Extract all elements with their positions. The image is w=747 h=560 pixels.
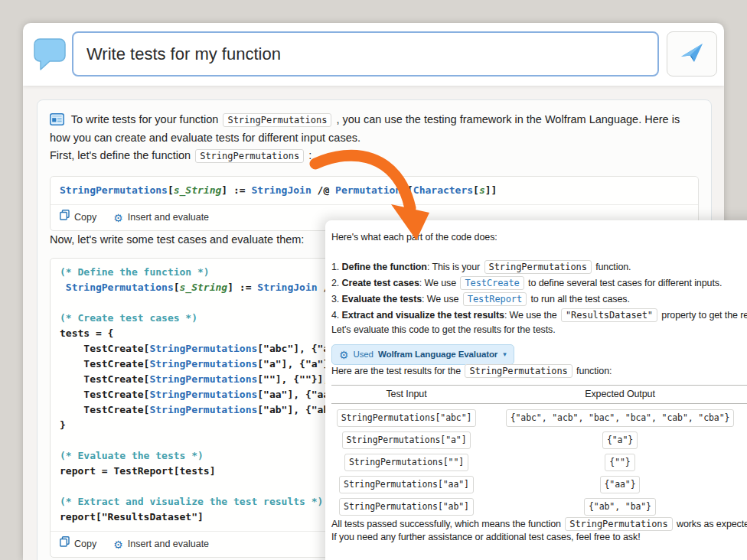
- inline-code: {"ab", "ba"}: [584, 498, 656, 516]
- define-text-post: :: [308, 149, 312, 161]
- gear-icon: ⚙: [339, 350, 348, 360]
- inline-code: {"abc", "acb", "bac", "bca", "cab", "cba…: [506, 409, 735, 427]
- code-definition: StringPermutations[s_String] := StringJo…: [51, 177, 698, 204]
- inline-code-function-name: StringPermutations: [195, 149, 304, 163]
- table-cell: {"abc", "acb", "bac", "bca", "cab", "cba…: [481, 409, 747, 427]
- table-cell: {"aa"}: [481, 476, 747, 493]
- passed-paragraph: All tests passed successfully, which mea…: [331, 518, 747, 531]
- closing-paragraph: If you need any further assistance or ad…: [331, 531, 747, 544]
- insert-evaluate-button[interactable]: ⚙ Insert and evaluate: [113, 536, 209, 553]
- copy-button[interactable]: Copy: [60, 536, 96, 553]
- intro-text-pre: To write tests for your function: [71, 113, 219, 125]
- results-text-post: function:: [576, 366, 612, 376]
- results-text-pre: Here are the test results for the: [331, 366, 461, 376]
- copy-icon: [60, 536, 70, 553]
- copy-label: Copy: [74, 209, 96, 226]
- table-cell: StringPermutations["abc"]: [331, 409, 481, 427]
- inline-code: StringPermutations["a"]: [342, 431, 471, 449]
- code-explanation-list: 1. Define the function: This is your Str…: [331, 259, 747, 324]
- define-text-pre: First, let's define the function: [50, 149, 191, 161]
- inline-code: {"a"}: [602, 431, 638, 449]
- inline-code-function-name: StringPermutations: [465, 364, 572, 378]
- inline-code: "ResultsDataset": [561, 308, 657, 322]
- results-table: Test Input Expected Output StringPermuta…: [331, 385, 747, 518]
- paper-plane-icon: [679, 41, 705, 67]
- passed-text-post: works as expected f: [677, 519, 747, 529]
- chevron-down-icon: ▾: [503, 348, 506, 361]
- column-header-test-input: Test Input: [331, 388, 481, 401]
- inline-code: StringPermutations["ab"]: [339, 498, 474, 516]
- evaluate-paragraph: Let's evaluate this code to get the resu…: [331, 324, 747, 337]
- insert-evaluate-label: Insert and evaluate: [128, 209, 209, 226]
- code-explanation-item: 1. Define the function: This is your Str…: [331, 259, 747, 275]
- insert-evaluate-button[interactable]: ⚙ Insert and evaluate: [113, 209, 209, 226]
- gear-icon: ⚙: [113, 213, 123, 223]
- copy-button[interactable]: Copy: [60, 209, 96, 226]
- table-row: StringPermutations["aa"]{"aa"}: [331, 474, 747, 496]
- define-paragraph: First, let's define the function StringP…: [50, 147, 699, 165]
- inline-code: StringPermutations["abc"]: [337, 409, 477, 427]
- results-table-body: StringPermutations["abc"]{"abc", "acb", …: [331, 407, 747, 518]
- inline-code[interactable]: TestReport: [463, 292, 527, 306]
- table-cell: {"ab", "ba"}: [481, 498, 747, 516]
- copy-icon: [60, 209, 70, 226]
- chat-bubble-icon: [33, 36, 67, 71]
- used-evaluator-badge[interactable]: ⚙ Used Wolfram Language Evaluator ▾: [331, 344, 514, 365]
- column-header-expected-output: Expected Output: [481, 388, 747, 401]
- code-explanation-item: 2. Create test cases: We use TestCreate …: [331, 275, 747, 291]
- inline-code: {"aa"}: [600, 476, 641, 493]
- overlay-heading: Here's what each part of the code does:: [331, 231, 747, 244]
- results-paragraph: Here are the test results for the String…: [331, 365, 747, 378]
- code-explanation-item: 4. Extract and visualize the test result…: [331, 308, 747, 324]
- inline-code[interactable]: TestCreate: [460, 276, 524, 290]
- table-row: StringPermutations["abc"]{"abc", "acb", …: [331, 407, 747, 429]
- copy-label: Copy: [74, 536, 96, 553]
- table-row: StringPermutations["ab"]{"ab", "ba"}: [331, 496, 747, 518]
- insert-evaluate-label: Insert and evaluate: [128, 536, 209, 553]
- table-cell: StringPermutations["a"]: [331, 431, 481, 449]
- chat-input[interactable]: [72, 31, 659, 77]
- inline-code-function-name: StringPermutations: [565, 517, 672, 531]
- table-cell: {"a"}: [481, 431, 747, 449]
- results-table-header: Test Input Expected Output: [331, 385, 747, 404]
- inline-code: {""}: [605, 454, 634, 471]
- badge-used-label: Used: [353, 348, 373, 361]
- table-cell: {""}: [481, 454, 747, 471]
- table-row: StringPermutations[""]{""}: [331, 451, 747, 474]
- code-explanation-item: 3. Evaluate the tests: We use TestReport…: [331, 291, 747, 308]
- gear-icon: ⚙: [113, 539, 123, 550]
- app-background: To write tests for your function StringP…: [0, 0, 747, 560]
- inline-code: StringPermutations: [484, 260, 592, 274]
- table-cell: StringPermutations["ab"]: [331, 498, 481, 516]
- explanation-overlay-panel: Here's what each part of the code does: …: [325, 220, 747, 560]
- badge-evaluator-name: Wolfram Language Evaluator: [378, 348, 497, 361]
- inline-code: StringPermutations[""]: [344, 454, 468, 471]
- table-cell: StringPermutations["aa"]: [331, 476, 481, 493]
- inline-code: StringPermutations["aa"]: [339, 476, 474, 493]
- send-button[interactable]: [667, 31, 717, 77]
- inline-code-function-name: StringPermutations: [223, 113, 331, 127]
- table-cell: StringPermutations[""]: [331, 454, 481, 471]
- table-row: StringPermutations["a"]{"a"}: [331, 429, 747, 451]
- chat-input-bar: [23, 23, 724, 86]
- passed-text-pre: All tests passed successfully, which mea…: [331, 519, 561, 529]
- assistant-icon: [50, 113, 64, 125]
- intro-paragraph: To write tests for your function StringP…: [50, 111, 699, 147]
